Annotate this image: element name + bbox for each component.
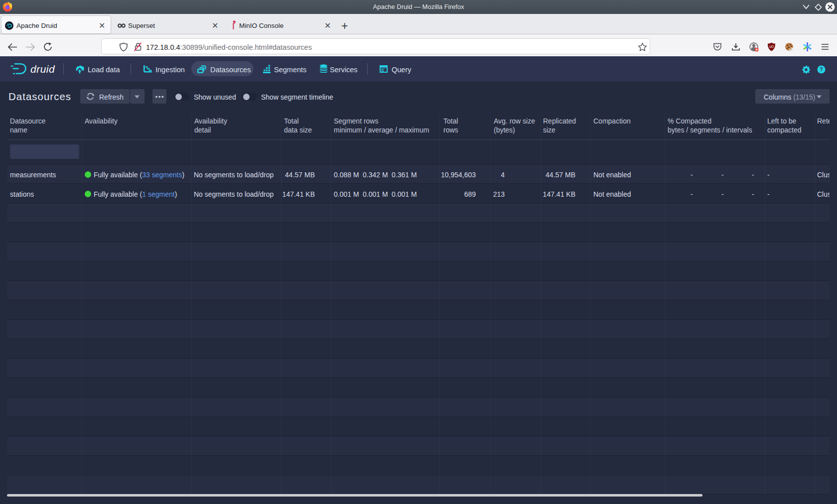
svg-text:?: ? — [820, 66, 823, 72]
svg-text:uO: uO — [769, 45, 774, 48]
